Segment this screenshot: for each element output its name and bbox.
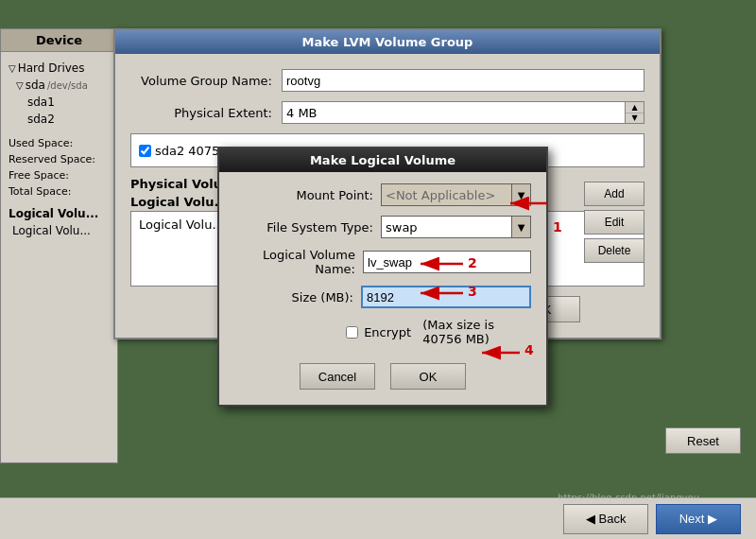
edit-button[interactable]: Edit xyxy=(584,210,644,235)
encrypt-label: Encrypt xyxy=(364,325,411,339)
mount-point-label: Mount Point: xyxy=(234,188,381,202)
logical-volume-item-label: Logical Volu... xyxy=(12,224,91,237)
back-arrow-icon: ◀ xyxy=(586,512,595,526)
max-size-text: (Max size is 40756 MB) xyxy=(422,318,531,346)
sidebar-sda[interactable]: ▽ sda /dev/sda xyxy=(5,77,113,94)
reset-area: Reset xyxy=(665,427,741,454)
file-system-type-value: swap xyxy=(381,216,512,238)
physical-extent-row: Physical Extent: 4 MB ▲ ▼ xyxy=(130,101,644,124)
sidebar-header: Device xyxy=(1,29,117,52)
physical-extent-spinner[interactable]: ▲ ▼ xyxy=(626,101,644,124)
total-space: Total Space: xyxy=(5,183,113,200)
physical-extent-value: 4 MB xyxy=(282,101,626,124)
hard-drives-label: Hard Drives xyxy=(18,61,85,75)
lvm-side-buttons: Add Edit Delete xyxy=(584,182,644,263)
file-system-type-select-wrapper: swap ▼ xyxy=(381,216,531,238)
next-button[interactable]: Next ▶ xyxy=(656,504,741,534)
physical-extent-label: Physical Extent: xyxy=(130,106,282,120)
mlv-ok-button[interactable]: OK xyxy=(390,363,466,390)
volume-group-name-input[interactable] xyxy=(282,69,644,92)
reset-button[interactable]: Reset xyxy=(665,427,741,454)
next-arrow-icon: ▶ xyxy=(708,512,717,526)
file-system-type-arrow[interactable]: ▼ xyxy=(512,216,531,238)
mlv-cancel-button[interactable]: Cancel xyxy=(300,363,375,390)
mount-point-select-wrapper: <Not Applicable> ▼ xyxy=(381,183,531,206)
volume-group-name-label: Volume Group Name: xyxy=(130,74,282,88)
sda1-label: sda1 xyxy=(27,96,55,109)
back-button[interactable]: ◀ Back xyxy=(563,504,648,534)
spinner-down[interactable]: ▼ xyxy=(626,113,644,124)
add-button[interactable]: Add xyxy=(584,182,644,206)
tree-arrow-hard-drives: ▽ xyxy=(9,63,16,74)
logical-volume-name-label: Logical Volume Name: xyxy=(234,248,363,276)
delete-button[interactable]: Delete xyxy=(584,238,644,263)
reserved-space: Reserved Space: xyxy=(5,151,113,167)
used-space: Used Space: xyxy=(5,135,113,151)
mlv-dialog-content: Mount Point: <Not Applicable> ▼ File Sys… xyxy=(219,172,546,405)
logical-volume-name-row: Logical Volume Name: xyxy=(234,248,531,276)
logical-volume-name-input[interactable] xyxy=(363,251,531,273)
sda2-label: sda2 xyxy=(27,113,55,126)
logical-volumes-section-label: Logical Volu... xyxy=(5,205,113,222)
size-input[interactable] xyxy=(361,286,531,308)
mlv-dialog-title: Make Logical Volume xyxy=(219,148,546,172)
pv-checkbox[interactable] xyxy=(139,145,151,157)
space-info-section: Used Space: Reserved Space: Free Space: … xyxy=(5,135,113,200)
sidebar-logical-volume-item[interactable]: Logical Volu... xyxy=(5,222,113,239)
url-watermark: https://blog.csdn.net/liangyou xyxy=(558,493,699,503)
lvm-dialog-title: Make LVM Volume Group xyxy=(115,30,660,54)
mount-point-arrow[interactable]: ▼ xyxy=(512,183,531,206)
mlv-dialog: Make Logical Volume Mount Point: <Not Ap… xyxy=(217,147,548,407)
sidebar-panel: Device ▽ Hard Drives ▽ sda /dev/sda sda1… xyxy=(0,28,118,463)
file-system-type-label: File System Type: xyxy=(234,220,381,235)
mount-point-row: Mount Point: <Not Applicable> ▼ xyxy=(234,183,531,206)
encrypt-row: Encrypt (Max size is 40756 MB) xyxy=(234,318,531,346)
file-system-type-row: File System Type: swap ▼ xyxy=(234,216,531,238)
tree-arrow-sda: ▽ xyxy=(16,80,24,91)
spinner-up[interactable]: ▲ xyxy=(626,102,644,113)
encrypt-checkbox[interactable] xyxy=(346,326,358,339)
sidebar-hard-drives[interactable]: ▽ Hard Drives xyxy=(5,60,113,77)
size-row: Size (MB): xyxy=(234,286,531,308)
nav-bar: ◀ Back Next ▶ xyxy=(0,497,756,539)
next-label: Next xyxy=(679,512,705,526)
mount-point-value: <Not Applicable> xyxy=(381,183,512,206)
sda-label: sda xyxy=(26,78,45,92)
sidebar-sda2[interactable]: sda2 xyxy=(5,111,113,128)
back-label: Back xyxy=(599,512,627,526)
sda-path: /dev/sda xyxy=(47,80,88,91)
mlv-dialog-buttons: Cancel OK xyxy=(234,356,531,393)
sidebar-content: ▽ Hard Drives ▽ sda /dev/sda sda1 sda2 U… xyxy=(1,52,117,247)
sidebar-sda1[interactable]: sda1 xyxy=(5,94,113,111)
physical-extent-select-wrapper: 4 MB ▲ ▼ xyxy=(282,101,644,124)
pv-device-name: sda2 xyxy=(155,144,184,158)
size-label: Size (MB): xyxy=(234,290,361,304)
volume-group-name-row: Volume Group Name: xyxy=(130,69,644,92)
free-space: Free Space: xyxy=(5,167,113,183)
